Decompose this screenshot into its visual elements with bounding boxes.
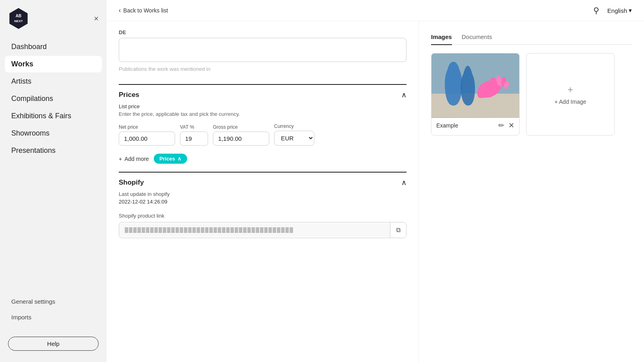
prices-collapse-button[interactable]: ∧	[401, 90, 407, 99]
sidebar-item-dashboard[interactable]: Dashboard	[5, 39, 102, 55]
sidebar-item-works[interactable]: Works	[5, 56, 102, 72]
svg-marker-0	[9, 9, 28, 28]
edit-image-button[interactable]: ✏	[498, 121, 504, 130]
image-caption-row: Example ✏ ✕	[431, 118, 519, 133]
net-price-input[interactable]	[119, 132, 175, 146]
tab-documents[interactable]: Documents	[462, 29, 492, 45]
sidebar-item-showrooms[interactable]: Showrooms	[5, 125, 102, 142]
shopify-section-title: Shopify	[119, 179, 144, 187]
add-image-label: + Add Image	[554, 99, 586, 105]
svg-rect-4	[431, 94, 519, 117]
svg-text:AB: AB	[16, 14, 21, 18]
add-more-button[interactable]: + Add more	[119, 156, 149, 162]
sidebar-item-artists[interactable]: Artists	[5, 73, 102, 90]
price-description: List price	[119, 103, 407, 109]
language-selector[interactable]: English ▾	[607, 7, 632, 14]
content-area: DE Publications the work was mentioned i…	[107, 21, 644, 362]
shopify-collapse-button[interactable]: ∧	[401, 178, 407, 187]
sidebar-item-exhibitions-fairs[interactable]: Exhibitions & Fairs	[5, 108, 102, 124]
images-grid: Example ✏ ✕ + + Add Ima	[431, 53, 632, 136]
help-button[interactable]: Help	[8, 337, 99, 351]
logo: AB NEXT	[8, 8, 29, 29]
tab-images[interactable]: Images	[431, 29, 452, 45]
shopify-section-header: Shopify ∧	[119, 173, 407, 191]
prices-section-header: Prices ∧	[119, 85, 407, 103]
shopify-link-row: ⧉	[119, 222, 407, 238]
sidebar-header: AB NEXT ×	[0, 8, 107, 39]
sidebar-item-imports[interactable]: Imports	[5, 310, 102, 325]
search-button[interactable]: ⚲	[593, 6, 599, 15]
image-caption: Example	[436, 122, 458, 129]
add-more-row: + Add more Prices ∧	[119, 154, 407, 164]
add-image-card[interactable]: + + Add Image	[526, 53, 615, 136]
currency-label: Currency	[274, 123, 314, 129]
net-price-label: Net price	[119, 124, 175, 130]
back-label: Back to Works list	[123, 7, 168, 14]
vat-label: VAT %	[180, 124, 208, 130]
back-to-works-link[interactable]: ‹ Back to Works list	[119, 7, 168, 14]
language-tag: DE	[119, 29, 407, 35]
net-price-field: Net price	[119, 124, 175, 146]
delete-image-button[interactable]: ✕	[508, 121, 514, 130]
language-label: English	[607, 7, 627, 14]
prices-badge-button[interactable]: Prices ∧	[154, 154, 187, 164]
left-panel: DE Publications the work was mentioned i…	[107, 21, 419, 362]
topbar-right: ⚲ English ▾	[593, 6, 632, 15]
sidebar: AB NEXT × Dashboard Works Artists Compil…	[0, 0, 107, 362]
plus-icon: +	[119, 156, 122, 162]
prices-badge-label: Prices	[159, 156, 175, 162]
edit-icon: ✏	[498, 121, 504, 130]
right-panel: Images Documents	[419, 21, 644, 362]
svg-text:NEXT: NEXT	[14, 19, 23, 23]
shopify-link-label: Shopify product link	[119, 213, 407, 219]
copy-icon: ⧉	[396, 226, 400, 233]
gross-price-input[interactable]	[213, 132, 269, 146]
svg-rect-10	[477, 89, 493, 98]
chevron-left-icon: ‹	[119, 7, 121, 14]
vat-input[interactable]	[180, 132, 208, 146]
price-row: Net price VAT % Gross price Currency	[119, 123, 407, 146]
main-nav: Dashboard Works Artists Compilations Exh…	[0, 39, 107, 294]
currency-select[interactable]: EUR USD GBP	[274, 131, 314, 146]
main-content: ‹ Back to Works list ⚲ English ▾ DE Publ…	[107, 0, 644, 362]
publication-textarea[interactable]	[119, 38, 407, 62]
currency-field: Currency EUR USD GBP	[274, 123, 314, 146]
nav-bottom: General settings Imports	[0, 294, 107, 333]
topbar: ‹ Back to Works list ⚲ English ▾	[107, 0, 644, 21]
chevron-up-icon: ∧	[178, 156, 182, 162]
add-more-label: Add more	[124, 156, 149, 162]
shopify-last-update-value: 2022-12-02 14:26:09	[119, 199, 407, 205]
add-image-icon: +	[568, 84, 573, 95]
tabs-row: Images Documents	[431, 29, 632, 45]
price-subdescription: Enter the price, applicable tax and pick…	[119, 111, 407, 117]
publication-placeholder: Publications the work was mentioned in	[119, 66, 407, 72]
publication-area: DE Publications the work was mentioned i…	[119, 21, 407, 76]
sidebar-item-general-settings[interactable]: General settings	[5, 294, 102, 309]
sidebar-item-presentations[interactable]: Presentations	[5, 142, 102, 159]
caption-actions: ✏ ✕	[498, 121, 514, 130]
gross-price-label: Gross price	[213, 124, 269, 130]
prices-section-title: Prices	[119, 91, 139, 99]
shopify-link-input[interactable]	[119, 223, 390, 237]
close-icon: ✕	[508, 121, 514, 130]
gross-price-field: Gross price	[213, 124, 269, 146]
shopify-last-update-label: Last update in shopify	[119, 191, 407, 197]
sidebar-item-compilations[interactable]: Compilations	[5, 90, 102, 107]
image-card: Example ✏ ✕	[431, 53, 520, 136]
copy-link-button[interactable]: ⧉	[390, 222, 406, 238]
prices-section: Prices ∧ List price Enter the price, app…	[119, 84, 407, 164]
close-sidebar-button[interactable]: ×	[94, 14, 99, 23]
chevron-down-icon: ▾	[629, 7, 632, 14]
artwork-image	[431, 53, 519, 118]
search-icon: ⚲	[593, 6, 599, 15]
vat-field: VAT %	[180, 124, 208, 146]
shopify-section: Shopify ∧ Last update in shopify 2022-12…	[119, 172, 407, 238]
